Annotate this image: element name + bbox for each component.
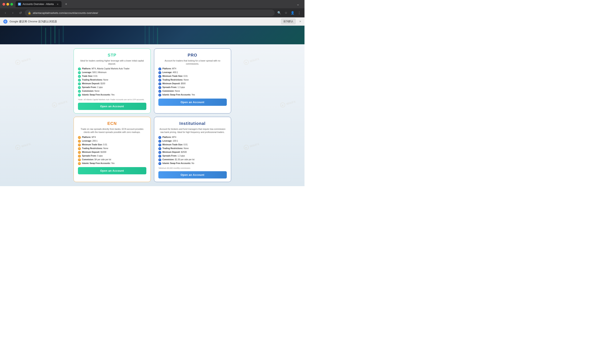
- feature-text: Trading Restrictions: None: [163, 78, 189, 81]
- feature-text: Minimum Deposit: $2500: [163, 151, 187, 154]
- open-account-button-pro[interactable]: Open an Account: [158, 99, 227, 106]
- feature-check-icon: ✓: [158, 143, 161, 146]
- browser-frame: M Accounts Overview - Atlanta ✕ + ⌄ ‹ › …: [0, 0, 304, 186]
- feature-check-icon: ✓: [78, 143, 81, 146]
- wikifx-logo-icon: ▶: [243, 59, 249, 65]
- forward-button[interactable]: ›: [10, 10, 16, 16]
- feature-check-icon: ✓: [78, 151, 81, 154]
- feature-item: ✓ Commision: $1.50 per side per lot: [158, 158, 227, 161]
- feature-text: Commision: None: [82, 90, 99, 92]
- feature-value: 0.01: [94, 75, 97, 77]
- feature-check-icon: ✓: [78, 79, 81, 82]
- account-card-institutional: Institutional Account for brokers and fu…: [154, 117, 231, 182]
- feature-check-icon: ✓: [158, 155, 161, 157]
- feature-text: Minimum Deposit: $500: [163, 82, 186, 85]
- card-features-ecn: ✓ Platform: MT4 ✓ Leverage: 200:1 ✓ Mini…: [78, 136, 146, 165]
- feature-item: ✓ Minimum Deposit: $500: [158, 82, 227, 85]
- feature-value: None: [103, 147, 108, 149]
- feature-check-icon: ✓: [158, 86, 161, 89]
- wikifx-logo-icon: ▶: [243, 144, 249, 150]
- browser-titlebar: M Accounts Overview - Atlanta ✕ + ⌄: [0, 0, 304, 8]
- feature-item: ✓ Islamic Swap Free Accounts: Yes: [78, 93, 146, 96]
- feature-text: Commision: $4 per side per lot: [82, 158, 111, 161]
- card-title-institutional: Institutional: [158, 121, 227, 126]
- new-tab-button[interactable]: +: [63, 1, 69, 7]
- feature-check-icon: ✓: [78, 71, 81, 74]
- feature-item: ✓ Platform: MT4, Atlanta Capital Markets…: [78, 67, 146, 70]
- feature-value: Yes: [111, 94, 114, 96]
- feature-text: Platform: MT4: [163, 136, 176, 139]
- card-features-pro: ✓ Platform: MT4 ✓ Leverage: 400:1 ✓ Mini…: [158, 67, 227, 96]
- feature-item: ✓ Minimum Trade Size: 0.01: [158, 75, 227, 78]
- hero-banner: [0, 26, 304, 44]
- feature-check-icon: ✓: [78, 158, 81, 161]
- watermark-item: ▶WikiFX: [15, 56, 31, 65]
- refresh-button[interactable]: ↺: [17, 10, 23, 16]
- info-bar: G Google 建议将 Chrome 设为默认浏览器 设为默认 ×: [0, 17, 304, 26]
- open-account-button-stp[interactable]: Open an Account: [78, 103, 146, 110]
- feature-label: Minimum Deposit:: [163, 151, 180, 153]
- feature-check-icon: ✓: [78, 136, 81, 139]
- feature-text: Platform: MT4: [163, 67, 176, 70]
- feature-item: ✓ Commision: None: [158, 90, 227, 93]
- feature-value: 1.3 pips: [178, 155, 185, 157]
- feature-text: Islamic Swap Free Accounts: Yes: [82, 93, 115, 96]
- watermark-text: WikiFX: [21, 143, 31, 148]
- feature-item: ✓ Trading Restrictions: None: [158, 78, 227, 82]
- feature-check-icon: ✓: [158, 140, 161, 143]
- watermark-text: WikiFX: [249, 143, 260, 148]
- wikifx-logo-icon: ▶: [15, 144, 21, 150]
- feature-label: Spreads From:: [163, 155, 177, 157]
- feature-label: Trading Restrictions:: [82, 79, 103, 81]
- open-account-button-ecn[interactable]: Open an Account: [78, 167, 146, 174]
- feature-item: ✓ Minimum Trade Size: 0.01: [158, 143, 227, 146]
- minimize-window-button[interactable]: [6, 3, 9, 6]
- bookmark-icon[interactable]: ☆: [283, 10, 289, 16]
- feature-check-icon: ✓: [78, 94, 81, 96]
- watermark-item: ▶WikiFX: [15, 142, 31, 151]
- feature-check-icon: ✓: [158, 75, 161, 78]
- feature-value: 0.01: [184, 143, 188, 146]
- feature-text: Trading Restrictions: None: [82, 78, 108, 81]
- feature-text: Islamic Swap Free Accounts: Yes: [163, 93, 195, 96]
- feature-check-icon: ✓: [158, 67, 161, 70]
- feature-text: Islamic Swap Free Accounts: Yes: [82, 162, 115, 165]
- feature-value: 0.01: [103, 143, 107, 146]
- feature-value: $500: [181, 82, 185, 85]
- open-account-button-institutional[interactable]: Open an Account: [158, 171, 227, 179]
- feature-text: Commision: $1.50 per side per lot: [163, 158, 195, 161]
- feature-label: Minimum Deposit:: [163, 82, 180, 85]
- info-bar-close-button[interactable]: ×: [299, 20, 301, 23]
- back-button[interactable]: ‹: [2, 10, 8, 16]
- feature-value: MT4: [172, 136, 176, 138]
- feature-check-icon: ✓: [78, 86, 81, 89]
- maximize-window-button[interactable]: [10, 3, 13, 6]
- tab-favicon: M: [18, 3, 21, 6]
- feature-item: ✓ Spreads From: 1.3 pips: [158, 86, 227, 89]
- active-tab[interactable]: M Accounts Overview - Atlanta ✕: [15, 1, 62, 7]
- feature-value: 500:1 Minimum: [92, 71, 107, 74]
- address-bar[interactable]: 🔒 atlantacapitalmarkets.com/account/acco…: [25, 10, 275, 16]
- feature-label: Spreads From:: [82, 155, 97, 157]
- feature-check-icon: ✓: [78, 67, 81, 70]
- set-default-button[interactable]: 设为默认: [281, 19, 296, 24]
- more-options-icon[interactable]: ⋮: [296, 10, 302, 16]
- card-title-ecn: ECN: [78, 121, 146, 126]
- feature-item: ✓ Islamic Swap Free Accounts: No: [158, 162, 227, 165]
- feature-label: Spreads From:: [163, 86, 177, 88]
- feature-value: 100:1: [173, 140, 178, 142]
- feature-item: ✓ Islamic Swap Free Accounts: Yes: [158, 93, 227, 96]
- browser-menu-button[interactable]: ⌄: [294, 1, 302, 7]
- feature-value: 2 pips: [97, 86, 103, 88]
- feature-item: ✓ Islamic Swap Free Accounts: Yes: [78, 162, 146, 165]
- feature-item: ✓ Platform: MT4: [158, 67, 227, 70]
- feature-label: Commision:: [82, 90, 94, 92]
- search-icon[interactable]: 🔍: [276, 10, 282, 16]
- profile-icon[interactable]: 👤: [290, 10, 295, 16]
- card-description-stp: Ideal for traders seeking higher leverag…: [78, 59, 146, 65]
- feature-label: Minimum Trade Size:: [163, 75, 183, 77]
- tab-close-button[interactable]: ✕: [56, 3, 59, 6]
- feature-text: Islamic Swap Free Accounts: No: [163, 162, 194, 165]
- close-window-button[interactable]: [2, 3, 5, 6]
- feature-value: Yes: [111, 162, 114, 164]
